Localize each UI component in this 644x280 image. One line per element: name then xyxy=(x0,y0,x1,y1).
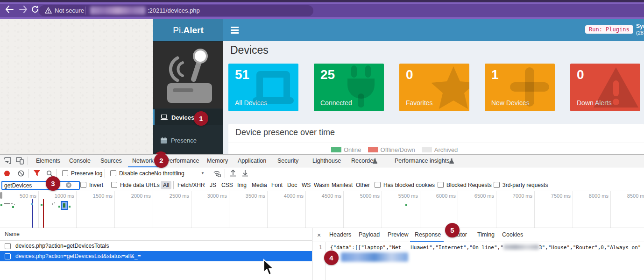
tab-sources[interactable]: Sources xyxy=(100,158,122,164)
filter-type-media[interactable]: Media xyxy=(252,182,267,188)
close-icon[interactable]: × xyxy=(317,231,321,239)
filter-type-manifest[interactable]: Manifest xyxy=(332,182,353,188)
detail-tab-headers[interactable]: Headers xyxy=(329,231,351,238)
user-label-line1: Sym xyxy=(636,23,644,29)
clear-filter-icon[interactable] xyxy=(66,182,71,188)
export-har-icon[interactable] xyxy=(242,170,248,177)
search-icon[interactable] xyxy=(46,170,53,177)
waterfall-dot-green xyxy=(41,204,42,206)
card-down-alerts[interactable]: 0 Down Alerts xyxy=(570,64,640,111)
desktop-texture xyxy=(0,19,153,154)
redacted-response-value xyxy=(503,244,539,250)
pialert-logo[interactable]: Pi.Alert xyxy=(153,19,223,41)
card-favorites[interactable]: 0 Favorites xyxy=(399,64,469,111)
filter-type-ws[interactable]: WS xyxy=(302,182,311,188)
disable-cache-checkbox[interactable]: Disable cache xyxy=(110,170,154,177)
tab-elements[interactable]: Elements xyxy=(36,158,60,164)
tab-performance[interactable]: Performance xyxy=(166,158,199,164)
blocked-requests-checkbox[interactable]: Blocked Requests xyxy=(438,182,492,188)
third-party-requests-checkbox[interactable]: 3rd-party requests xyxy=(494,182,548,188)
timeline-gridline xyxy=(38,191,39,228)
import-har-icon[interactable] xyxy=(230,170,236,177)
legend-swatch-archived xyxy=(422,147,432,152)
waterfall-dot xyxy=(14,204,15,205)
legend-item-archived: Archived xyxy=(422,146,458,153)
page-title: Devices xyxy=(230,44,269,57)
inspect-icon[interactable] xyxy=(4,157,12,165)
device-toolbar-icon[interactable] xyxy=(16,157,24,165)
detail-tab-response[interactable]: Response xyxy=(415,231,441,238)
checkbox-icon[interactable] xyxy=(5,243,11,249)
sidebar-item-devices[interactable]: Devices xyxy=(153,109,225,125)
hamburger-menu-icon[interactable] xyxy=(231,27,239,34)
legend-swatch-offline xyxy=(368,147,378,152)
laptop-icon xyxy=(161,115,168,120)
waterfall-bar xyxy=(4,203,10,204)
tab-recorder[interactable]: Recorder xyxy=(351,158,375,164)
overview-scroll-nub[interactable] xyxy=(0,192,2,199)
tab-network[interactable]: Network xyxy=(132,158,154,164)
throttling-select[interactable]: No throttling xyxy=(154,170,184,177)
hide-data-urls-checkbox[interactable]: Hide data URLs xyxy=(111,182,160,188)
card-all-devices[interactable]: 51 All Devices xyxy=(228,64,298,111)
timeline-tick-label: 2000 ms xyxy=(122,193,151,199)
app-topnav: Run: Plugins Sym (28, xyxy=(223,19,644,41)
tab-security[interactable]: Security xyxy=(277,158,298,164)
detail-tab-preview[interactable]: Preview xyxy=(388,231,408,238)
card-connected[interactable]: 25 Connected xyxy=(314,64,384,111)
flask-icon xyxy=(372,158,378,164)
filter-type-wasm[interactable]: Wasm xyxy=(314,182,330,188)
filter-type-img[interactable]: Img xyxy=(237,182,247,188)
filter-type-css[interactable]: CSS xyxy=(221,182,233,188)
tab-console[interactable]: Console xyxy=(69,158,91,164)
network-conditions-icon[interactable] xyxy=(213,170,221,177)
filter-type-doc[interactable]: Doc xyxy=(287,182,297,188)
router-image xyxy=(153,42,223,108)
address-url: :20211/devices.php xyxy=(148,7,200,14)
card-new-devices[interactable]: 1 New Devices xyxy=(485,64,555,111)
not-secure-warning-icon[interactable] xyxy=(45,7,52,14)
filter-type-other[interactable]: Other xyxy=(356,182,370,188)
filter-type-fetch-xhr[interactable]: Fetch/XHR xyxy=(177,182,205,188)
preserve-log-label: Preserve log xyxy=(71,170,102,177)
request-row[interactable]: devices.php?action=getDevicesTotals xyxy=(0,241,312,251)
name-column-header: Name xyxy=(5,231,20,237)
detail-tab-cookies[interactable]: Cookies xyxy=(502,231,523,238)
star-icon xyxy=(431,66,469,109)
chevron-down-icon[interactable]: ▼ xyxy=(201,171,205,175)
preserve-log-checkbox[interactable]: Preserve log xyxy=(62,170,102,177)
checkbox-icon[interactable] xyxy=(5,253,11,259)
detail-tab-payload[interactable]: Payload xyxy=(359,231,380,238)
sidebar-item-presence[interactable]: Presence xyxy=(153,132,223,148)
timeline-tick-label: 1500 ms xyxy=(84,193,113,199)
forward-icon[interactable] xyxy=(19,5,28,14)
invert-checkbox[interactable]: Invert xyxy=(80,182,103,188)
request-list-header[interactable]: Name xyxy=(0,228,312,241)
tab-lighthouse[interactable]: Lighthouse xyxy=(312,158,341,164)
timeline-tick-label: 4500 ms xyxy=(312,193,341,199)
timeline-gridline xyxy=(76,191,77,228)
network-overview-timeline[interactable]: 500 ms1000 ms1500 ms2000 ms2500 ms3000 m… xyxy=(0,191,644,228)
has-blocked-cookies-checkbox[interactable]: Has blocked cookies xyxy=(375,182,435,188)
response-content: {"data":[["laptop","Net - Huawei","Inter… xyxy=(330,244,641,251)
tab-performance-insights[interactable]: Performance insights xyxy=(395,158,449,164)
tab-application[interactable]: Application xyxy=(238,158,266,164)
filter-type-all[interactable]: All xyxy=(161,181,171,189)
response-text-prefix: {"data":[["laptop","Net - Huawei","Inter… xyxy=(330,244,503,251)
refresh-icon[interactable] xyxy=(31,5,39,14)
plug-icon xyxy=(343,65,379,109)
throttling-value: No throttling xyxy=(154,170,184,177)
filter-type-font[interactable]: Font xyxy=(271,182,283,188)
run-plugins-button[interactable]: Run: Plugins xyxy=(585,25,633,34)
screen: Not secure :20211/devices.php Pi.Alert R… xyxy=(0,0,644,280)
checkbox-icon xyxy=(110,170,116,176)
clear-icon[interactable] xyxy=(18,170,24,177)
legend-item-offline: Offline/Down xyxy=(368,146,415,153)
filter-funnel-icon[interactable] xyxy=(34,170,40,176)
back-icon[interactable] xyxy=(5,5,14,14)
filter-type-js[interactable]: JS xyxy=(210,182,216,188)
detail-tab-timing[interactable]: Timing xyxy=(477,231,495,238)
record-icon[interactable] xyxy=(4,171,10,176)
timeline-gridline xyxy=(382,191,382,228)
tab-memory[interactable]: Memory xyxy=(207,158,228,164)
